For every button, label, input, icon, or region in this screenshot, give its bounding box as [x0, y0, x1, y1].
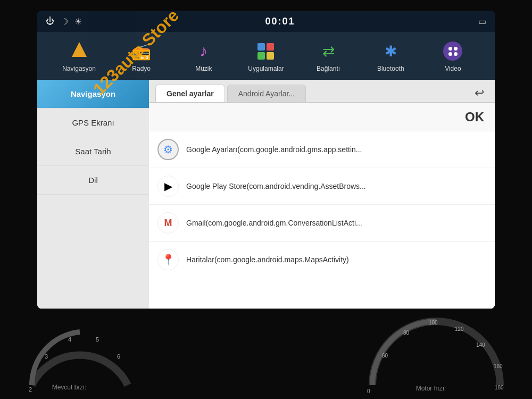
- brightness-icon[interactable]: ☀: [74, 16, 82, 27]
- google-settings-icon: ⚙: [157, 139, 179, 160]
- nav-item-uygulamalar[interactable]: Uygulamalar: [245, 39, 287, 72]
- app-text-haritalar: Haritalar(com.google.android.maps.MapsAc…: [186, 255, 349, 264]
- app-text-play-store: Google Play Store(com.android.vending.As…: [186, 182, 366, 190]
- svg-text:3: 3: [45, 353, 48, 360]
- gauges-row: 2 3 4 5 6 Mevcut bızı: 0 60 80 100 120 1…: [0, 311, 532, 396]
- svg-text:140: 140: [476, 342, 485, 348]
- nav-item-radyo[interactable]: 📻 Radyo: [120, 39, 163, 72]
- video-circle-icon: [443, 41, 462, 61]
- svg-text:4: 4: [68, 336, 71, 343]
- back-button[interactable]: ↩: [470, 84, 488, 102]
- nav-icon-video: [441, 39, 464, 63]
- nav-icon-baglanti: ⇄: [317, 39, 340, 63]
- full-layout: 123auto Store ⏻ ☽ ☀ 00:01 ▭: [0, 0, 532, 399]
- nav-item-navigasyon[interactable]: Navigasyon: [58, 39, 101, 72]
- clock-display: 00:01: [265, 16, 295, 27]
- video-dots: [448, 47, 458, 56]
- app-item-gmail[interactable]: M Gmail(com.google.android.gm.Conversati…: [149, 205, 495, 242]
- maps-icon: 📍: [157, 249, 179, 270]
- nav-label-bluetooth: Bluetooth: [377, 65, 404, 72]
- nav-icon-muzik: ♪: [192, 39, 215, 63]
- right-gauge: 0 60 80 100 120 140 160 180 Motor hızı:: [362, 311, 511, 396]
- nav-item-bluetooth[interactable]: ✱ Bluetooth: [369, 39, 412, 72]
- tab-genel-ayarlar[interactable]: Genel ayarlar: [155, 85, 225, 102]
- ok-area: OK: [149, 103, 495, 131]
- left-gauge: 2 3 4 5 6 Mevcut bızı:: [21, 311, 138, 396]
- svg-text:6: 6: [117, 353, 120, 360]
- tab-android-ayarlar[interactable]: Android Ayarlar...: [227, 85, 306, 102]
- nav-label-uygulamalar: Uygulamalar: [248, 65, 284, 72]
- nav-icon-navigasyon: [68, 39, 91, 63]
- svg-text:5: 5: [96, 336, 99, 343]
- baglanti-icon: ⇄: [322, 43, 335, 60]
- sidebar-item-dil[interactable]: Dil: [37, 166, 149, 195]
- nav-icon-bluetooth: ✱: [379, 39, 402, 63]
- svg-text:120: 120: [455, 326, 464, 332]
- right-panel: Genel ayarlar Android Ayarlar... ↩ OK ⚙ …: [149, 80, 495, 309]
- nav-label-radyo: Radyo: [132, 65, 151, 72]
- app-list: ⚙ Google Ayarları(com.google.android.gms…: [149, 131, 495, 309]
- svg-text:180: 180: [495, 385, 504, 390]
- triangle-icon: [72, 42, 87, 57]
- nav-item-video[interactable]: Video: [431, 39, 474, 72]
- nav-item-baglanti[interactable]: ⇄ Bağlantı: [307, 39, 350, 72]
- bluetooth-icon: ✱: [385, 43, 397, 60]
- svg-text:60: 60: [382, 353, 388, 359]
- apps-grid-icon: [257, 43, 274, 60]
- svg-text:160: 160: [494, 363, 503, 369]
- app-text-google-settings: Google Ayarları(com.google.android.gms.a…: [186, 145, 362, 154]
- svg-text:100: 100: [429, 320, 438, 326]
- sidebar-item-saat-tarih[interactable]: Saat Tarih: [37, 137, 149, 166]
- screen-icon[interactable]: ▭: [478, 17, 486, 26]
- left-sidebar: Navigasyon GPS Ekranı Saat Tarih Dil: [37, 80, 149, 309]
- svg-text:2: 2: [29, 386, 32, 393]
- top-bar: ⏻ ☽ ☀ 00:01 ▭: [37, 11, 495, 32]
- music-icon: ♪: [200, 42, 207, 60]
- nav-label-video: Video: [445, 65, 461, 72]
- play-store-icon: ▶: [157, 176, 179, 197]
- nav-icon-uygulamalar: [254, 39, 278, 63]
- app-item-haritalar[interactable]: 📍 Haritalar(com.google.android.maps.Maps…: [149, 242, 495, 278]
- top-bar-icons: ⏻ ☽ ☀: [46, 16, 82, 27]
- sidebar-item-gps-ekrani[interactable]: GPS Ekranı: [37, 109, 149, 137]
- ok-button[interactable]: OK: [465, 110, 484, 124]
- moon-icon[interactable]: ☽: [61, 16, 68, 27]
- app-item-play-store[interactable]: ▶ Google Play Store(com.android.vending.…: [149, 168, 495, 205]
- app-item-google-settings[interactable]: ⚙ Google Ayarları(com.google.android.gms…: [149, 131, 495, 168]
- nav-item-muzik[interactable]: ♪ Müzik: [182, 39, 225, 72]
- nav-row: Navigasyon 📻 Radyo ♪ Müzik: [37, 32, 495, 80]
- svg-text:0: 0: [367, 388, 370, 394]
- nav-label-navigasyon: Navigasyon: [62, 65, 96, 72]
- screen-container: 123auto Store ⏻ ☽ ☀ 00:01 ▭: [37, 11, 495, 309]
- top-bar-right: ▭: [478, 16, 486, 27]
- svg-text:80: 80: [403, 330, 410, 336]
- screen-wrapper: 123auto Store ⏻ ☽ ☀ 00:01 ▭: [37, 11, 495, 309]
- app-text-gmail: Gmail(com.google.android.gm.Conversation…: [186, 219, 362, 227]
- svg-text:Motor hızı:: Motor hızı:: [416, 385, 446, 392]
- svg-text:Mevcut bızı:: Mevcut bızı:: [52, 384, 87, 391]
- gmail-icon: M: [157, 212, 179, 234]
- power-icon[interactable]: ⏻: [46, 16, 54, 26]
- tabs-row: Genel ayarlar Android Ayarlar... ↩: [149, 80, 495, 103]
- sidebar-item-navigasyon[interactable]: Navigasyon: [37, 80, 149, 109]
- nav-label-baglanti: Bağlantı: [317, 65, 340, 72]
- nav-label-muzik: Müzik: [195, 65, 212, 72]
- main-content: Navigasyon GPS Ekranı Saat Tarih Dil Gen…: [37, 80, 495, 309]
- radio-icon: 📻: [131, 42, 151, 61]
- nav-icon-radyo: 📻: [130, 39, 153, 63]
